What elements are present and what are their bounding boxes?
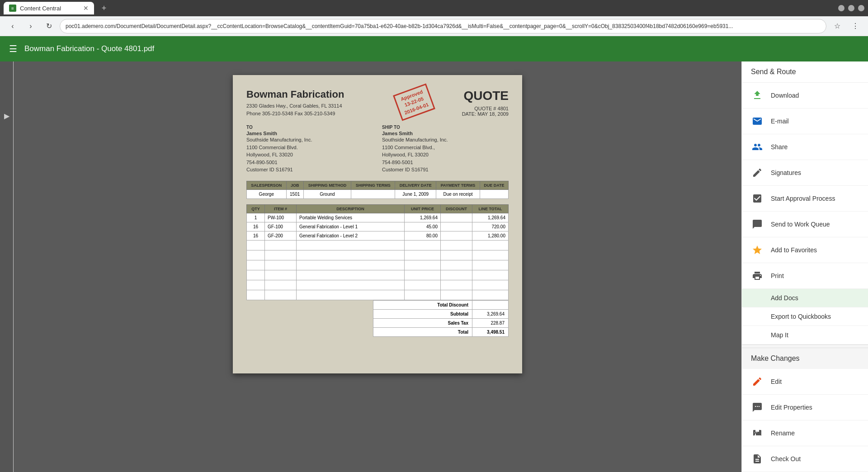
add-docs-button[interactable]: Add Docs: [742, 289, 868, 307]
browser-tab[interactable]: Content Central ✕: [4, 2, 94, 14]
start-approval-button[interactable]: Start Approval Process: [742, 186, 868, 212]
maximize-button[interactable]: [848, 5, 854, 11]
check-out-label: Check Out: [771, 455, 801, 463]
invoice-header: Bowman Fabrication 2330 Glades Hwy., Cor…: [246, 89, 509, 117]
favorites-icon: [751, 244, 764, 256]
quote-number: QUOTE # 4801 DATE: MAY 18, 2009: [462, 106, 509, 117]
tab-title: Content Central: [20, 5, 61, 12]
share-label: Share: [771, 143, 788, 151]
left-sidebar: ▶: [0, 61, 14, 472]
approval-icon: [751, 192, 764, 205]
tab-close-button[interactable]: ✕: [83, 5, 89, 12]
email-button[interactable]: E-mail: [742, 109, 868, 134]
export-quickbooks-label: Export to Quickbooks: [771, 313, 831, 320]
share-button[interactable]: Share: [742, 134, 868, 160]
forward-button[interactable]: ›: [24, 19, 38, 33]
signatures-label: Signatures: [771, 169, 801, 176]
rename-label: Rename: [771, 430, 795, 437]
line-item-2: 16 GF-100 General Fabrication - Level 1 …: [247, 222, 509, 231]
signatures-icon: [751, 166, 764, 179]
add-favorites-button[interactable]: Add to Favorites: [742, 237, 868, 263]
shipping-table: Salesperson Job Shipping Method Shipping…: [246, 181, 509, 199]
send-route-header: Send & Route: [742, 61, 868, 83]
address-section: TO James Smith Southside Manufacturing, …: [246, 124, 509, 174]
new-tab-button[interactable]: +: [98, 2, 110, 14]
check-out-icon: [751, 453, 764, 465]
close-button[interactable]: [858, 5, 864, 11]
app-header: ☰ Bowman Fabrication - Quote 4801.pdf: [0, 36, 868, 61]
map-it-label: Map It: [771, 331, 788, 339]
export-quickbooks-button[interactable]: Export to Quickbooks: [742, 307, 868, 326]
refresh-button[interactable]: ↻: [42, 19, 56, 33]
add-docs-label: Add Docs: [771, 294, 798, 302]
check-out-button[interactable]: Check Out: [742, 446, 868, 472]
sidebar-collapse-button[interactable]: ▶: [0, 107, 14, 125]
edit-properties-label: Edit Properties: [771, 404, 812, 411]
edit-properties-button[interactable]: Edit Properties: [742, 395, 868, 420]
url-text: poc01.ademero.com/DocumentDetail/Documen…: [66, 23, 733, 29]
email-label: E-mail: [771, 118, 789, 125]
make-changes-header: Make Changes: [742, 348, 868, 369]
page-title: Bowman Fabrication - Quote 4801.pdf: [24, 44, 154, 53]
grand-total-row: Total 3,498.51: [373, 327, 509, 336]
tab-favicon: [9, 5, 16, 12]
print-button[interactable]: Print: [742, 263, 868, 289]
print-icon: [751, 269, 764, 282]
company-address: 2330 Glades Hwy., Coral Gables, FL 33114…: [246, 102, 344, 117]
document-viewer: ▶ Bowman Fabrication 2330 Glades Hwy., C…: [0, 61, 741, 472]
email-icon: [751, 115, 764, 127]
hamburger-menu[interactable]: ☰: [9, 43, 17, 54]
bookmark-button[interactable]: ☆: [830, 19, 844, 33]
subtotal-row: Subtotal 3,269.64: [373, 309, 509, 318]
company-name: Bowman Fabrication: [246, 89, 344, 100]
right-action-panel: Send & Route Download E-mail: [741, 61, 868, 472]
line-items-table: QTY ITEM # Description Unit Price Discou…: [246, 204, 509, 300]
rename-button[interactable]: Rename: [742, 420, 868, 446]
send-to-queue-button[interactable]: Send to Work Queue: [742, 212, 868, 237]
browser-chrome: Content Central ✕ +: [0, 0, 868, 16]
browser-navigation: ‹ › ↻ poc01.ademero.com/DocumentDetail/D…: [0, 16, 868, 36]
address-bar[interactable]: poc01.ademero.com/DocumentDetail/Documen…: [60, 19, 826, 33]
add-favorites-label: Add to Favorites: [771, 246, 817, 254]
edit-label: Edit: [771, 378, 782, 385]
totals-section: Total Discount Subtotal 3,269.64 Sales T…: [246, 300, 509, 337]
invoice-document: Bowman Fabrication 2330 Glades Hwy., Cor…: [233, 75, 522, 373]
queue-icon: [751, 218, 764, 231]
share-icon: [751, 141, 764, 153]
edit-button[interactable]: Edit: [742, 369, 868, 395]
total-discount-row: Total Discount: [373, 300, 509, 309]
start-approval-label: Start Approval Process: [771, 195, 835, 202]
line-item-1: 1 PW-100 Portable Welding Services 1,269…: [247, 213, 509, 222]
edit-properties-icon: [751, 401, 764, 414]
section-divider: [742, 345, 868, 348]
quote-title: QUOTE: [462, 89, 509, 103]
line-item-3: 16 GF-200 General Fabrication - Level 2 …: [247, 231, 509, 240]
send-to-queue-label: Send to Work Queue: [771, 221, 830, 228]
download-button[interactable]: Download: [742, 83, 868, 109]
rename-icon: [751, 427, 764, 439]
extensions-button[interactable]: ⋮: [848, 19, 863, 33]
map-it-button[interactable]: Map It: [742, 326, 868, 345]
back-button[interactable]: ‹: [5, 19, 20, 33]
sales-tax-row: Sales Tax 228.87: [373, 318, 509, 327]
download-icon: [751, 89, 764, 102]
edit-icon: [751, 375, 764, 388]
minimize-button[interactable]: [838, 5, 844, 11]
download-label: Download: [771, 92, 799, 99]
print-label: Print: [771, 272, 784, 279]
signatures-button[interactable]: Signatures: [742, 160, 868, 186]
